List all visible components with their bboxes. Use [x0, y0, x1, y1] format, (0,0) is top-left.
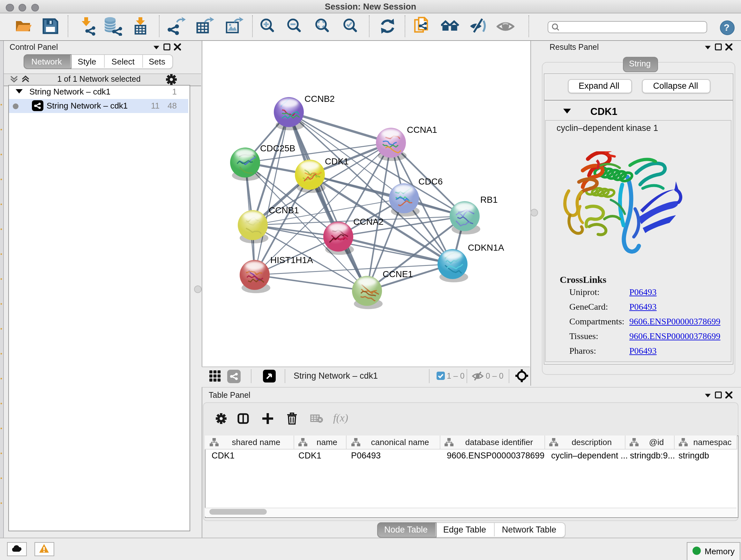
- svg-text:RB1: RB1: [480, 194, 497, 204]
- svg-text:CCNA1: CCNA1: [407, 125, 437, 134]
- svg-text:CDK1: CDK1: [325, 156, 348, 166]
- svg-text:CDC25B: CDC25B: [260, 143, 295, 153]
- svg-text:CCNB2: CCNB2: [304, 94, 334, 104]
- svg-text:CDC6: CDC6: [418, 176, 442, 186]
- svg-text:CCNB1: CCNB1: [268, 205, 299, 215]
- svg-text:CCNA2: CCNA2: [353, 216, 383, 226]
- svg-text:CCNE1: CCNE1: [382, 269, 413, 279]
- svg-text:CDKN1A: CDKN1A: [468, 242, 504, 252]
- svg-text:HIST1H1A: HIST1H1A: [270, 255, 313, 265]
